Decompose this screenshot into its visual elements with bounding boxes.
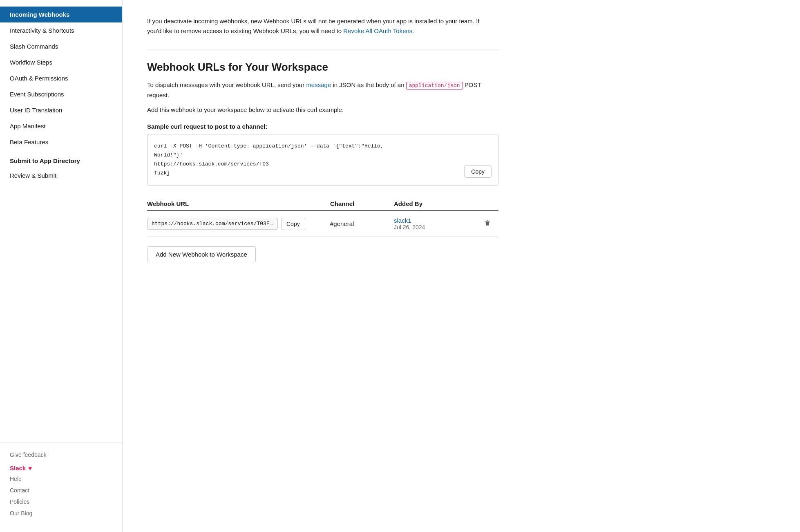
sidebar: Incoming WebhooksInteractivity & Shortcu…	[0, 0, 123, 532]
section-desc-message: To dispatch messages with your webhook U…	[147, 80, 490, 100]
inline-code: application/json	[406, 82, 463, 89]
webhook-rows: Copy #general slack1 Jul 26, 2024	[147, 211, 498, 237]
webhook-channel: #general	[330, 220, 387, 227]
intro-text-1: If you deactivate incoming webhooks, new…	[147, 18, 480, 34]
webhook-user-link[interactable]: slack1	[394, 217, 476, 224]
webhook-added-by: slack1 Jul 26, 2024	[394, 217, 476, 230]
sidebar-item-app-manifest[interactable]: App Manifest	[0, 118, 122, 134]
curl-copy-button[interactable]: Copy	[464, 165, 492, 178]
sidebar-item-event-subscriptions[interactable]: Event Subscriptions	[0, 86, 122, 102]
sidebar-item-beta-features[interactable]: Beta Features	[0, 134, 122, 150]
desc-text-1: To dispatch messages with your webhook U…	[147, 81, 306, 88]
header-actions	[482, 200, 498, 207]
desc-text-2: in JSON as the body of an	[333, 81, 406, 88]
slack-brand: Slack♥	[10, 460, 112, 473]
sidebar-item-user-id-translation[interactable]: User ID Translation	[0, 102, 122, 118]
sidebar-item-oauth-permissions[interactable]: OAuth & Permissions	[0, 70, 122, 86]
sidebar-item-slash-commands[interactable]: Slash Commands	[0, 38, 122, 54]
message-link[interactable]: message	[306, 81, 331, 88]
footer-item-contact[interactable]: Contact	[10, 485, 112, 496]
curl-box: curl -X POST -H 'Content-type: applicati…	[147, 134, 498, 186]
header-webhook-url: Webhook URL	[147, 200, 324, 207]
header-added-by: Added By	[394, 200, 476, 207]
section-title: Webhook URLs for Your Workspace	[147, 61, 775, 74]
webhook-date: Jul 26, 2024	[394, 224, 425, 230]
sidebar-section-header: Submit to App Directory	[0, 150, 122, 168]
add-webhook-button[interactable]: Add New Webhook to Workspace	[147, 246, 256, 262]
webhook-delete-button[interactable]	[482, 217, 493, 230]
webhook-url-input[interactable]	[147, 218, 278, 230]
curl-label: Sample curl request to post to a channel…	[147, 123, 775, 130]
webhook-copy-button[interactable]: Copy	[281, 218, 305, 230]
slack-label: Slack	[10, 465, 26, 472]
section-desc-add: Add this webhook to your workspace below…	[147, 105, 490, 115]
webhook-url-cell: Copy	[147, 218, 324, 230]
sidebar-nav: Incoming WebhooksInteractivity & Shortcu…	[0, 7, 122, 439]
feedback-link[interactable]: Give feedback	[10, 449, 112, 460]
main-content: If you deactivate incoming webhooks, new…	[123, 0, 800, 532]
footer-item-help[interactable]: Help	[10, 473, 112, 485]
sidebar-item-incoming-webhooks[interactable]: Incoming Webhooks	[0, 7, 122, 22]
header-channel: Channel	[330, 200, 387, 207]
webhook-delete-cell	[482, 217, 498, 230]
curl-code: curl -X POST -H 'Content-type: applicati…	[154, 142, 458, 178]
intro-paragraph: If you deactivate incoming webhooks, new…	[147, 16, 490, 36]
footer-item-our-blog[interactable]: Our Blog	[10, 507, 112, 519]
sidebar-item-workflow-steps[interactable]: Workflow Steps	[0, 54, 122, 70]
trash-icon	[484, 219, 491, 226]
webhook-table: Webhook URL Channel Added By Copy #gener…	[147, 197, 498, 237]
webhook-table-header: Webhook URL Channel Added By	[147, 197, 498, 211]
revoke-tokens-link[interactable]: Revoke All OAuth Tokens.	[343, 27, 414, 34]
heart-icon: ♥	[28, 465, 32, 472]
sidebar-footer: Give feedbackSlack♥HelpContactPoliciesOu…	[0, 442, 122, 525]
section-divider	[147, 49, 498, 49]
footer-item-policies[interactable]: Policies	[10, 496, 112, 507]
sidebar-item-review-submit[interactable]: Review & Submit	[0, 168, 122, 183]
sidebar-item-interactivity-shortcuts[interactable]: Interactivity & Shortcuts	[0, 22, 122, 38]
webhook-table-row: Copy #general slack1 Jul 26, 2024	[147, 211, 498, 237]
